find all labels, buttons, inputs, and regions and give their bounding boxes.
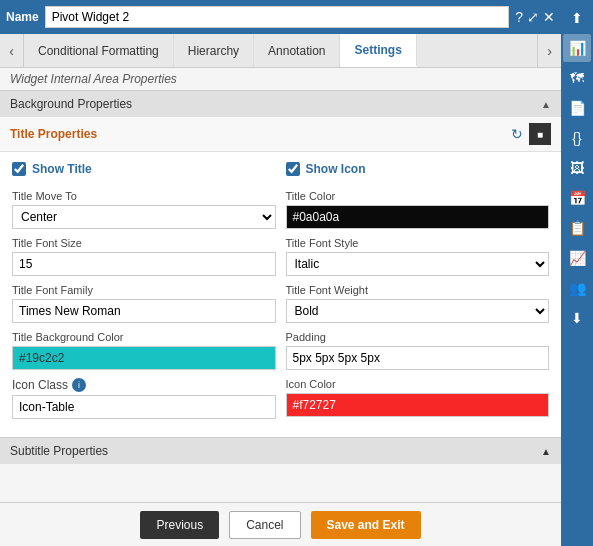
icon-class-input[interactable] [12,395,276,419]
close-icon[interactable]: ✕ [543,9,555,25]
top-bar: Name ? ⤢ ✕ [0,0,561,34]
tab-bar: ‹ Conditional Formatting Hierarchy Annot… [0,34,561,68]
title-font-weight-label: Title Font Weight [286,284,550,296]
title-font-style-select[interactable]: Italic Normal Bold Italic [286,252,550,276]
icon-class-label: Icon Class i [12,378,276,392]
cancel-button[interactable]: Cancel [229,511,300,539]
title-font-family-label: Title Font Family [12,284,276,296]
title-properties-content: Show Title Show Icon Title Move To [0,152,561,437]
icon-color-swatch[interactable]: #f72727 [286,393,550,417]
show-icon-label: Show Icon [306,162,366,176]
show-title-label: Show Title [32,162,92,176]
show-icon-row: Show Icon [286,162,550,176]
title-font-family-input[interactable] [12,299,276,323]
title-move-to-label: Title Move To [12,190,276,202]
save-exit-button[interactable]: Save and Exit [311,511,421,539]
background-chevron-icon [541,97,551,111]
title-bg-color-label: Title Background Color [12,331,276,343]
title-bg-color-swatch[interactable]: #19c2c2 [12,346,276,370]
show-icon-checkbox[interactable] [286,162,300,176]
tabs-container: Conditional Formatting Hierarchy Annotat… [24,34,537,67]
subtitle-chevron-icon [541,444,551,458]
sidebar-table-icon[interactable]: 📋 [563,214,591,242]
sidebar-image-icon[interactable]: 🖼 [563,154,591,182]
title-properties-header: Title Properties ↻ ■ [0,117,561,152]
subtitle-properties-label: Subtitle Properties [10,444,108,458]
help-icon[interactable]: ? [515,9,523,25]
background-properties-header[interactable]: Background Properties [0,90,561,117]
title-font-style-label: Title Font Style [286,237,550,249]
sidebar-users-icon[interactable]: 👥 [563,274,591,302]
icon-color-label: Icon Color [286,378,550,390]
scroll-area: Widget Internal Area Properties Backgrou… [0,68,561,502]
tab-settings[interactable]: Settings [340,34,416,67]
top-bar-icons: ? ⤢ ✕ [515,9,555,25]
background-properties-label: Background Properties [10,97,132,111]
widget-name-input[interactable] [45,6,510,28]
tab-back-arrow[interactable]: ‹ [0,34,24,68]
icon-class-info-icon[interactable]: i [72,378,86,392]
tab-annotation[interactable]: Annotation [254,34,340,67]
subtitle-properties-header[interactable]: Subtitle Properties [0,437,561,464]
sidebar-code-icon[interactable]: {} [563,124,591,152]
widget-internal-label: Widget Internal Area Properties [0,68,561,90]
footer: Previous Cancel Save and Exit [0,502,561,546]
show-title-checkbox[interactable] [12,162,26,176]
padding-input[interactable] [286,346,550,370]
title-font-size-label: Title Font Size [12,237,276,249]
refresh-icon[interactable]: ↻ [511,126,523,142]
title-properties-label: Title Properties [10,127,97,141]
sidebar-calendar-icon[interactable]: 📅 [563,184,591,212]
sidebar-analytics-icon[interactable]: 📈 [563,244,591,272]
title-dark-swatch[interactable]: ■ [529,123,551,145]
tab-forward-arrow[interactable]: › [537,34,561,68]
move-icon[interactable]: ⤢ [527,9,539,25]
title-move-to-select[interactable]: Center Left Right [12,205,276,229]
sidebar-doc-icon[interactable]: 📄 [563,94,591,122]
padding-label: Padding [286,331,550,343]
previous-button[interactable]: Previous [140,511,219,539]
title-color-label: Title Color [286,190,550,202]
sidebar-map-icon[interactable]: 🗺 [563,64,591,92]
sidebar-upload-icon[interactable]: ⬆ [563,4,591,32]
right-sidebar: ⬆ 📊 🗺 📄 {} 🖼 📅 📋 📈 👥 ⬇ [561,0,593,546]
tab-hierarchy[interactable]: Hierarchy [174,34,254,67]
title-font-weight-select[interactable]: Bold Normal Light [286,299,550,323]
title-color-swatch[interactable]: #0a0a0a [286,205,550,229]
sidebar-download-icon[interactable]: ⬇ [563,304,591,332]
show-title-row: Show Title [12,162,276,176]
tab-conditional-formatting[interactable]: Conditional Formatting [24,34,174,67]
title-font-size-input[interactable] [12,252,276,276]
sidebar-chart-icon[interactable]: 📊 [563,34,591,62]
dark-swatch-icon: ■ [537,129,543,140]
widget-name-label: Name [6,10,39,24]
